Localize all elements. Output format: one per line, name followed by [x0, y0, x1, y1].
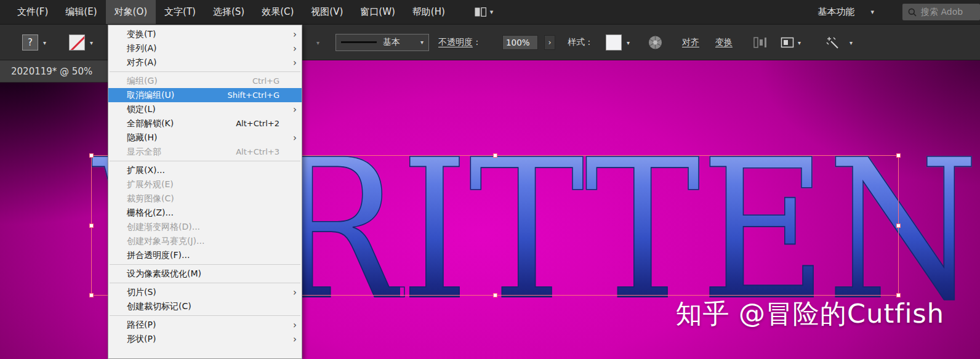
object-menu-item: 显示全部Alt+Ctrl+3 — [108, 145, 302, 159]
align-panel-link[interactable]: 对齐 — [682, 37, 699, 48]
transform-panel-link[interactable]: 变换 — [715, 37, 733, 48]
style-label: 样式 : — [568, 37, 590, 48]
opacity-colon: : — [473, 37, 478, 47]
object-menu-item[interactable]: 全部解锁(K)Alt+Ctrl+2 — [108, 116, 302, 131]
menubar-item-window[interactable]: 窗口(W) — [351, 0, 404, 24]
selection-handle[interactable] — [896, 153, 901, 158]
search-placeholder: 搜索 Adob — [921, 7, 963, 18]
object-menu-item: 扩展外观(E) — [108, 177, 302, 192]
menu-item-label: 对齐(A) — [127, 57, 157, 68]
recolor-artwork-icon[interactable] — [648, 34, 663, 50]
object-menu-item[interactable]: 路径(P)› — [108, 318, 302, 332]
brush-definition-dropdown[interactable]: 基本 ▾ — [335, 34, 429, 51]
object-menu-item[interactable]: 对齐(A)› — [108, 55, 302, 70]
object-menu-item[interactable]: 取消编组(U)Shift+Ctrl+G — [108, 88, 302, 102]
selection-handle[interactable] — [89, 153, 94, 158]
menu-bar-items: 文件(F)编辑(E)对象(O)文字(T)选择(S)效果(C)视图(V)窗口(W)… — [9, 0, 454, 24]
object-menu-item[interactable]: 锁定(L)› — [108, 102, 302, 116]
menu-item-shortcut: Alt+Ctrl+2 — [236, 119, 289, 128]
stroke-color-swatch[interactable] — [69, 34, 85, 50]
object-menu-item[interactable]: 形状(P)› — [108, 332, 302, 346]
selection-handle[interactable] — [89, 224, 94, 228]
chevron-down-icon[interactable]: ▾ — [90, 39, 93, 46]
menu-item-label: 裁剪图像(C) — [127, 193, 174, 204]
object-menu-item[interactable]: 排列(A)› — [108, 41, 302, 55]
menu-bar: 文件(F)编辑(E)对象(O)文字(T)选择(S)效果(C)视图(V)窗口(W)… — [0, 0, 980, 25]
menu-item-label: 创建裁切标记(C) — [127, 301, 191, 312]
menu-item-label: 显示全部 — [127, 147, 161, 158]
workspace-switcher[interactable]: 基本功能 ▾ — [817, 6, 874, 18]
watermark-text: 知乎 @冒险的Cutfish — [675, 296, 944, 332]
menu-item-label: 路径(P) — [127, 320, 156, 331]
menubar-item-object[interactable]: 对象(O) — [106, 0, 156, 24]
object-menu-item[interactable]: 扩展(X)... — [108, 163, 302, 177]
brush-stroke-preview-icon — [341, 41, 377, 43]
menu-item-label: 创建对象马赛克(J)... — [127, 236, 204, 247]
menu-item-label: 栅格化(Z)... — [127, 208, 174, 219]
submenu-arrow-icon: › — [289, 43, 297, 54]
menu-item-label: 扩展外观(E) — [127, 179, 174, 190]
menubar-item-select[interactable]: 选择(S) — [204, 0, 253, 24]
opacity-input[interactable] — [502, 35, 538, 50]
menu-item-label: 变换(T) — [127, 29, 156, 40]
workspace-label: 基本功能 — [817, 6, 854, 18]
menu-item-label: 排列(A) — [127, 43, 157, 54]
object-menu-item[interactable]: 栅格化(Z)... — [108, 206, 302, 220]
menubar-item-type[interactable]: 文字(T) — [156, 0, 204, 24]
menu-item-label: 隐藏(H) — [127, 132, 157, 143]
object-menu-item[interactable]: 创建裁切标记(C) — [108, 299, 302, 313]
selection-handle[interactable] — [896, 224, 901, 228]
selection-handle[interactable] — [493, 153, 497, 158]
graphic-style-swatch[interactable] — [606, 34, 622, 50]
align-to-artboard-icon[interactable] — [781, 37, 794, 48]
arrange-documents-icon — [475, 7, 486, 17]
menu-separator — [110, 161, 300, 161]
object-menu-item[interactable]: 切片(S)› — [108, 285, 302, 299]
menu-item-label: 设为像素级优化(M) — [127, 268, 201, 280]
chevron-down-icon[interactable]: ▾ — [798, 39, 801, 46]
arrange-documents-button[interactable]: ▾ — [475, 7, 494, 17]
menu-separator — [110, 71, 300, 72]
document-tab-title: 2020119* @ 50% — [11, 66, 92, 77]
chevron-down-icon: ▾ — [490, 8, 494, 16]
stroke-width-chevron-icon[interactable]: ▾ — [316, 39, 319, 46]
menu-item-label: 扩展(X)... — [127, 165, 165, 176]
fill-indeterminate-value: ? — [28, 37, 33, 48]
chevron-down-icon[interactable]: ▾ — [43, 39, 46, 46]
menubar-item-effect[interactable]: 效果(C) — [253, 0, 302, 24]
select-similar-icon[interactable] — [826, 36, 840, 49]
chevron-down-icon[interactable]: ▾ — [627, 39, 630, 46]
artwork-letter: T — [469, 134, 585, 327]
menubar-item-help[interactable]: 帮助(H) — [404, 0, 454, 24]
distribute-objects-icon[interactable] — [753, 37, 767, 48]
search-box[interactable]: 搜索 Adob — [902, 4, 980, 20]
object-menu-item[interactable]: 设为像素级优化(M) — [108, 267, 302, 281]
search-icon — [907, 7, 917, 17]
menubar-item-file[interactable]: 文件(F) — [9, 0, 57, 24]
menu-item-label: 锁定(L) — [127, 104, 156, 115]
chevron-down-icon: ▾ — [420, 39, 424, 46]
fill-color-swatch[interactable]: ? — [22, 34, 38, 50]
object-menu-item[interactable]: 隐藏(H)› — [108, 131, 302, 145]
submenu-arrow-icon: › — [289, 287, 297, 298]
object-menu-item[interactable]: 变换(T)› — [108, 27, 302, 41]
menu-item-shortcut: Alt+Ctrl+3 — [236, 147, 289, 156]
selection-handle[interactable] — [89, 293, 94, 297]
opacity-presets-arrow[interactable]: › — [544, 35, 555, 50]
selection-handle[interactable] — [493, 293, 497, 297]
menu-item-label: 切片(S) — [127, 287, 156, 298]
menubar-item-edit[interactable]: 编辑(E) — [57, 0, 105, 24]
object-menu-item[interactable]: 拼合透明度(F)... — [108, 248, 302, 262]
menu-separator — [110, 283, 300, 283]
chevron-down-icon[interactable]: ▾ — [849, 39, 853, 46]
object-menu-item: 裁剪图像(C) — [108, 192, 302, 206]
menu-item-label: 编组(G) — [127, 76, 158, 87]
menubar-item-view[interactable]: 视图(V) — [302, 0, 351, 24]
menu-item-label: 取消编组(U) — [127, 90, 174, 101]
opacity-link[interactable]: 不透明度 : — [438, 37, 478, 48]
menu-item-label: 拼合透明度(F)... — [127, 250, 190, 261]
menu-item-label: 全部解锁(K) — [127, 118, 174, 129]
menu-separator — [110, 264, 300, 265]
submenu-arrow-icon: › — [289, 132, 297, 143]
none-color-slash-icon — [70, 34, 85, 50]
